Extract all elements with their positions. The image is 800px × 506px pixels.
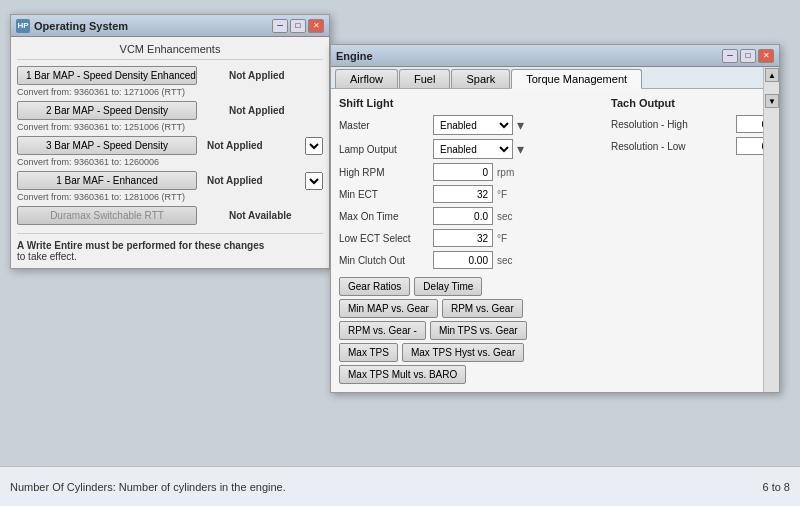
vcm-section-4: 1 Bar MAF - Enhanced Not Applied ▼ Conve… xyxy=(17,171,323,202)
gear-row-5: Max TPS Mult vs. BARO xyxy=(339,365,595,384)
min-clutch-row: Min Clutch Out sec xyxy=(339,251,595,269)
vcm-status-2: Not Applied xyxy=(223,105,323,116)
gear-row-4: Max TPS Max TPS Hyst vs. Gear xyxy=(339,343,595,362)
gear-row-1: Gear Ratios Delay Time xyxy=(339,277,595,296)
gear-ratios-button[interactable]: Gear Ratios xyxy=(339,277,410,296)
engine-window: Engine ─ □ ✕ Airflow Fuel Spark Torque M… xyxy=(330,44,780,393)
os-window-controls: ─ □ ✕ xyxy=(272,19,324,33)
vcm-section-2: 2 Bar MAP - Speed Density Not Applied Co… xyxy=(17,101,323,132)
vcm-row-2: 2 Bar MAP - Speed Density Not Applied xyxy=(17,101,323,120)
lamp-output-row: Lamp Output Enabled Disabled ▾ xyxy=(339,139,595,159)
vcm-notice: A Write Entire must be performed for the… xyxy=(17,233,323,262)
rpm-vs-gear-minus-button[interactable]: RPM vs. Gear - xyxy=(339,321,426,340)
high-rpm-unit: rpm xyxy=(497,167,527,178)
vcm-dropdown-4[interactable]: ▼ xyxy=(305,172,323,190)
high-rpm-row: High RPM rpm xyxy=(339,163,595,181)
low-ect-row: Low ECT Select °F xyxy=(339,229,595,247)
vcm-section-3: 3 Bar MAP - Speed Density Not Applied ▼ … xyxy=(17,136,323,167)
status-range: 6 to 8 xyxy=(762,481,790,493)
min-ect-unit: °F xyxy=(497,189,527,200)
vcm-dropdown-3[interactable]: ▼ xyxy=(305,137,323,155)
os-maximize-button[interactable]: □ xyxy=(290,19,306,33)
status-description: Number Of Cylinders: Number of cylinders… xyxy=(10,481,286,493)
vcm-btn-duramax[interactable]: Duramax Switchable RTT xyxy=(17,206,197,225)
master-dropdown-icon: ▾ xyxy=(517,117,524,133)
vcm-notice-text: A Write Entire must be performed for the… xyxy=(17,240,264,251)
vcm-status-4: Not Applied xyxy=(201,175,301,186)
tach-resolution-low-label: Resolution - Low xyxy=(611,141,734,152)
scroll-down-button[interactable]: ▼ xyxy=(765,94,779,108)
tab-spark[interactable]: Spark xyxy=(451,69,510,88)
scroll-up-button[interactable]: ▲ xyxy=(765,68,779,82)
max-tps-hyst-vs-gear-button[interactable]: Max TPS Hyst vs. Gear xyxy=(402,343,524,362)
high-rpm-label: High RPM xyxy=(339,167,429,178)
vcm-row-5: Duramax Switchable RTT Not Available xyxy=(17,206,323,225)
engine-close-button[interactable]: ✕ xyxy=(758,49,774,63)
lamp-dropdown-icon: ▾ xyxy=(517,141,524,157)
max-tps-mult-vs-baro-button[interactable]: Max TPS Mult vs. BARO xyxy=(339,365,466,384)
low-ect-unit: °F xyxy=(497,233,527,244)
vcm-convert-3: Convert from: 9360361 to: 1260006 xyxy=(17,157,323,167)
engine-window-title: Engine xyxy=(336,50,373,62)
engine-maximize-button[interactable]: □ xyxy=(740,49,756,63)
os-subtitle: VCM Enhancements xyxy=(17,43,323,60)
os-minimize-button[interactable]: ─ xyxy=(272,19,288,33)
shift-light-title: Shift Light xyxy=(339,97,595,109)
vcm-status-5: Not Available xyxy=(223,210,323,221)
vcm-btn-3bar-map[interactable]: 3 Bar MAP - Speed Density xyxy=(17,136,197,155)
high-rpm-input[interactable] xyxy=(433,163,493,181)
engine-minimize-button[interactable]: ─ xyxy=(722,49,738,63)
status-bar: Number Of Cylinders: Number of cylinders… xyxy=(0,466,800,506)
vcm-btn-1bar-maf[interactable]: 1 Bar MAF - Enhanced xyxy=(17,171,197,190)
max-tps-button[interactable]: Max TPS xyxy=(339,343,398,362)
min-ect-label: Min ECT xyxy=(339,189,429,200)
scroll-track xyxy=(764,83,779,93)
vcm-status-3: Not Applied xyxy=(201,140,301,151)
os-window-title: Operating System xyxy=(34,20,128,32)
tach-output-section: Tach Output Resolution - High Resolution… xyxy=(611,97,771,384)
os-close-button[interactable]: ✕ xyxy=(308,19,324,33)
tab-torque-management[interactable]: Torque Management xyxy=(511,69,642,89)
rpm-vs-gear-button[interactable]: RPM vs. Gear xyxy=(442,299,523,318)
master-select[interactable]: Enabled Disabled xyxy=(433,115,513,135)
engine-main-row: Shift Light Master Enabled Disabled ▾ La… xyxy=(339,97,771,384)
vcm-btn-2bar-map[interactable]: 2 Bar MAP - Speed Density xyxy=(17,101,197,120)
min-ect-input[interactable] xyxy=(433,185,493,203)
min-tps-vs-gear-button[interactable]: Min TPS vs. Gear xyxy=(430,321,527,340)
max-on-time-row: Max On Time sec xyxy=(339,207,595,225)
tab-airflow[interactable]: Airflow xyxy=(335,69,398,88)
vcm-convert-4: Convert from: 9360361 to: 1281006 (RTT) xyxy=(17,192,323,202)
vcm-convert-1: Convert from: 9360361 to: 1271006 (RTT) xyxy=(17,87,323,97)
vcm-convert-2: Convert from: 9360361 to: 1251006 (RTT) xyxy=(17,122,323,132)
lamp-output-label: Lamp Output xyxy=(339,144,429,155)
os-window: HP Operating System ─ □ ✕ VCM Enhancemen… xyxy=(10,14,330,269)
engine-title-left: Engine xyxy=(336,50,373,62)
engine-scrollbar[interactable]: ▲ ▼ xyxy=(763,67,779,392)
vcm-section-5: Duramax Switchable RTT Not Available xyxy=(17,206,323,225)
tach-output-title: Tach Output xyxy=(611,97,771,109)
engine-window-controls: ─ □ ✕ xyxy=(722,49,774,63)
master-row: Master Enabled Disabled ▾ xyxy=(339,115,595,135)
max-on-time-input[interactable] xyxy=(433,207,493,225)
min-ect-row: Min ECT °F xyxy=(339,185,595,203)
delay-time-button[interactable]: Delay Time xyxy=(414,277,482,296)
tach-resolution-low-row: Resolution - Low xyxy=(611,137,771,155)
tach-resolution-high-label: Resolution - High xyxy=(611,119,734,130)
low-ect-input[interactable] xyxy=(433,229,493,247)
vcm-notice-text2: to take effect. xyxy=(17,251,77,262)
engine-title-bar: Engine ─ □ ✕ xyxy=(331,45,779,67)
lamp-output-select[interactable]: Enabled Disabled xyxy=(433,139,513,159)
engine-tabs: Airflow Fuel Spark Torque Management xyxy=(331,67,779,89)
os-title-bar: HP Operating System ─ □ ✕ xyxy=(11,15,329,37)
low-ect-label: Low ECT Select xyxy=(339,233,429,244)
vcm-btn-1bar-map-enhanced[interactable]: 1 Bar MAP - Speed Density Enhanced xyxy=(17,66,197,85)
tab-fuel[interactable]: Fuel xyxy=(399,69,450,88)
min-clutch-input[interactable] xyxy=(433,251,493,269)
vcm-section-1: 1 Bar MAP - Speed Density Enhanced Not A… xyxy=(17,66,323,97)
master-label: Master xyxy=(339,120,429,131)
min-clutch-unit: sec xyxy=(497,255,527,266)
min-map-vs-gear-button[interactable]: Min MAP vs. Gear xyxy=(339,299,438,318)
gear-buttons: Gear Ratios Delay Time Min MAP vs. Gear … xyxy=(339,277,595,384)
shift-light-section: Shift Light Master Enabled Disabled ▾ La… xyxy=(339,97,595,384)
gear-row-2: Min MAP vs. Gear RPM vs. Gear xyxy=(339,299,595,318)
